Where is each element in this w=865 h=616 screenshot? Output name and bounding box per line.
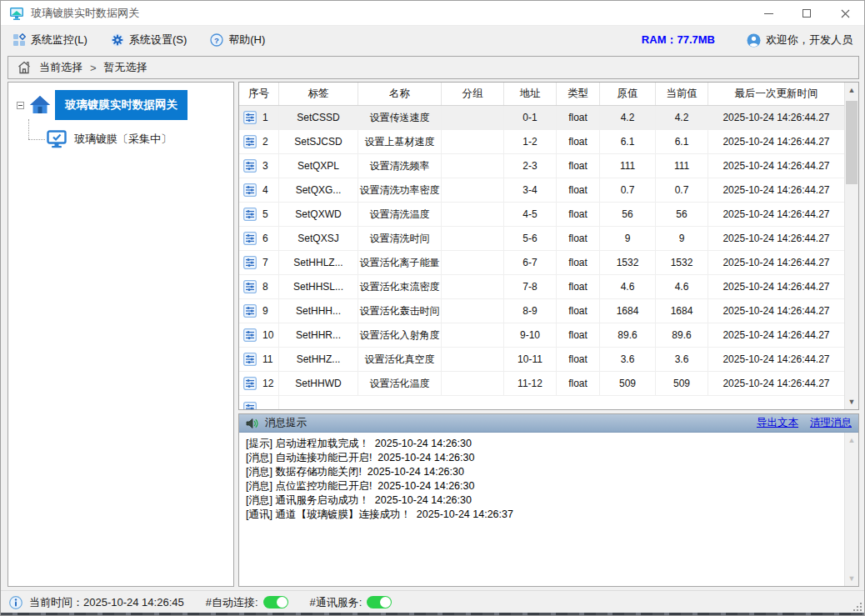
maximize-icon: [802, 9, 811, 18]
table-row[interactable]: 7SetHHLZ...设置活化离子能量6-7float153215322025-…: [239, 251, 844, 275]
close-button[interactable]: [826, 1, 864, 26]
cell-name: 设置传送速度: [358, 106, 442, 129]
cell-seq: 3: [239, 154, 279, 178]
table-row[interactable]: 6SetQXSJ设置清洗时间5-6float992025-10-24 14:26…: [239, 227, 844, 251]
table-row[interactable]: 5SetQXWD设置清洗温度4-5float56562025-10-24 14:…: [239, 203, 844, 227]
column-header-group[interactable]: 分组: [442, 83, 504, 105]
cell-address: 4-5: [504, 203, 557, 226]
cell-current: 3.6: [656, 348, 708, 371]
column-header-updated[interactable]: 最后一次更新时间: [708, 83, 844, 105]
cell-seq: 11: [239, 348, 279, 371]
tree-node-channel[interactable]: 玻璃镀膜〔采集中〕: [47, 126, 172, 153]
window-title: 玻璃镀膜实时数据网关: [31, 6, 139, 21]
table-row[interactable]: 4SetQXG...设置清洗功率密度3-4float0.70.72025-10-…: [239, 178, 844, 203]
column-header-name[interactable]: 名称: [358, 83, 442, 105]
column-header-original[interactable]: 原值: [600, 83, 656, 105]
cell-updated: 2025-10-24 14:26:44.27: [708, 323, 844, 347]
cell-tag: SetHHH...: [279, 299, 358, 323]
cell-current: 1532: [656, 251, 708, 274]
menu-label: 系统监控(L): [31, 33, 88, 48]
cell-tag: SetHHZ...: [279, 348, 358, 371]
sliders-icon: [243, 402, 257, 409]
table-row[interactable]: 3SetQXPL设置清洗频率2-3float1111112025-10-24 1…: [239, 154, 844, 178]
cell-type: float: [557, 323, 600, 347]
sliders-icon: [243, 135, 257, 148]
cell-original: 1684: [600, 299, 656, 323]
cell-tag: SetCSSD: [279, 106, 358, 129]
menu-help[interactable]: ? 帮助(H): [198, 27, 277, 53]
comm-service-toggle[interactable]: [367, 596, 392, 608]
table-scrollbar[interactable]: ▲ ▼: [844, 83, 858, 409]
minimize-button[interactable]: [749, 1, 788, 26]
home-outline-icon: [17, 60, 32, 75]
export-text-link[interactable]: 导出文本: [757, 416, 798, 430]
table-row[interactable]: 2SetSJCSD设置上基材速度1-2float6.16.12025-10-24…: [239, 130, 844, 154]
cell-original: 4.2: [600, 106, 656, 129]
message-line: [消息] 通讯服务启动成功！ 2025-10-24 14:26:30: [246, 493, 838, 508]
sliders-icon: [243, 304, 257, 318]
message-line: [消息] 数据存储功能关闭! 2025-10-24 14:26:30: [246, 465, 838, 479]
menu-label: 系统设置(S): [129, 33, 187, 48]
message-scrollbar[interactable]: ▲ ▼: [844, 433, 858, 586]
cell-updated: 2025-10-24 14:26:44.27: [708, 178, 844, 202]
cell-group: [442, 372, 504, 395]
cell-seq: 12: [239, 372, 279, 395]
clear-messages-link[interactable]: 清理消息: [810, 416, 852, 430]
column-header-address[interactable]: 地址: [504, 83, 557, 105]
maximize-button[interactable]: [788, 1, 826, 26]
welcome-user: 欢迎你，开发人员: [747, 33, 852, 48]
scroll-up-icon[interactable]: ▲: [845, 433, 858, 447]
breadcrumb-prefix: 当前选择: [39, 60, 82, 75]
table-row[interactable]: 11SetHHZ...设置活化真空度10-11float3.63.62025-1…: [239, 348, 844, 372]
welcome-text: 欢迎你，开发人员: [766, 33, 852, 48]
sliders-icon: [243, 280, 257, 293]
scroll-down-icon[interactable]: ▼: [845, 395, 858, 408]
column-header-current[interactable]: 当前值: [656, 83, 708, 105]
cell-seq: 10: [239, 323, 279, 347]
table-row[interactable]: 8SetHHSL...设置活化束流密度7-8float4.64.62025-10…: [239, 275, 844, 299]
column-header-seq[interactable]: 序号: [239, 83, 279, 105]
cell-original: 6.1: [600, 130, 656, 153]
cell-updated: 2025-10-24 14:26:44.27: [708, 275, 844, 298]
scroll-down-icon[interactable]: ▼: [845, 572, 858, 585]
cell-current: 4.2: [656, 106, 708, 129]
cell-tag: SetHHLZ...: [279, 251, 358, 274]
menu-system-settings[interactable]: 系统设置(S): [99, 27, 198, 53]
table-row[interactable]: 9SetHHH...设置活化轰击时间8-9float168416842025-1…: [239, 299, 844, 323]
cell-name: 设置清洗时间: [358, 227, 442, 250]
cell-name: 设置活化束流密度: [358, 275, 442, 298]
table-row[interactable]: 12SetHHWD设置活化温度11-12float5095092025-10-2…: [239, 372, 844, 396]
tree-root-label[interactable]: 玻璃镀膜实时数据网关: [55, 90, 188, 120]
auto-connect-toggle[interactable]: [263, 596, 288, 608]
cell-group: [442, 323, 504, 347]
table-row[interactable]: 1SetCSSD设置传送速度0-1float4.24.22025-10-24 1…: [239, 106, 844, 130]
cell-address: 9-10: [504, 323, 557, 347]
breadcrumb-separator: >: [90, 62, 97, 74]
cell-current: 509: [656, 372, 708, 395]
table-row[interactable]: 10SetHHR...设置活化入射角度9-10float89.689.62025…: [239, 323, 844, 348]
cell-address: 6-7: [504, 251, 557, 274]
cell-type: float: [557, 130, 600, 153]
scrollbar-thumb[interactable]: [846, 101, 858, 184]
tree-child-label[interactable]: 玻璃镀膜〔采集中〕: [74, 132, 172, 147]
cell-address: 10-11: [504, 348, 557, 371]
tree-node-root[interactable]: 玻璃镀膜实时数据网关: [17, 90, 188, 120]
window-bottom-edge: [1, 613, 864, 615]
resize-grip-icon[interactable]: [852, 601, 862, 611]
sliders-icon: [243, 328, 257, 342]
cell-name: 设置活化温度: [358, 372, 442, 395]
tree-collapse-icon[interactable]: [17, 102, 24, 109]
column-header-tag[interactable]: 标签: [279, 83, 358, 105]
cell-seq: 7: [239, 251, 279, 274]
cell-type: float: [557, 348, 600, 371]
cell-name: 设置活化入射角度: [358, 323, 442, 347]
message-panel-title: 消息提示: [265, 416, 307, 430]
cell-seq: 9: [239, 299, 279, 323]
cell-original: 1532: [600, 251, 656, 274]
table-header-row: 序号 标签 名称 分组 地址 类型 原值 当前值 最后一次更新时间: [239, 83, 844, 106]
column-header-type[interactable]: 类型: [557, 83, 600, 105]
app-monitor-icon: [9, 6, 24, 21]
scroll-up-icon[interactable]: ▲: [845, 83, 858, 97]
menu-system-monitor[interactable]: 系统监控(L): [1, 27, 99, 53]
comm-service-status: #通讯服务:: [310, 595, 392, 610]
